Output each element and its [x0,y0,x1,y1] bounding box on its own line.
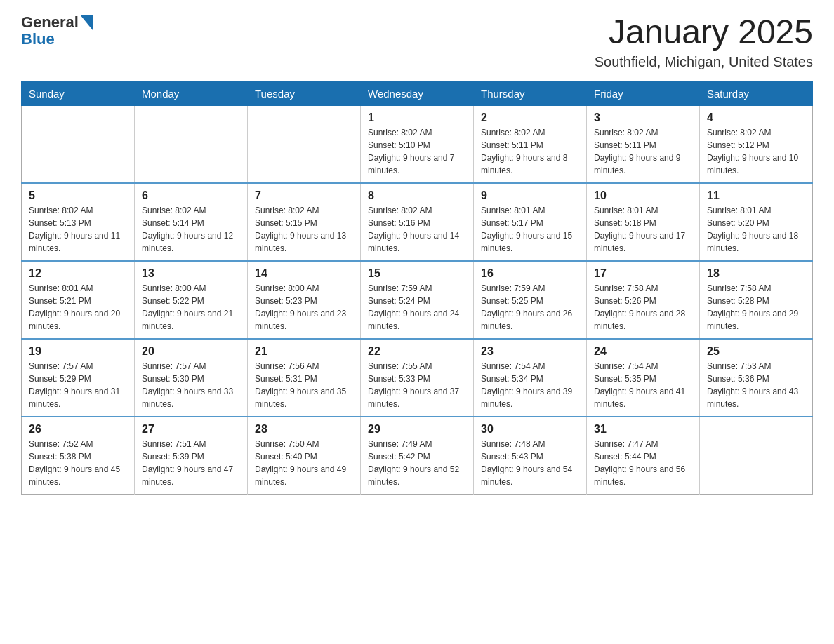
calendar-cell: 8Sunrise: 8:02 AM Sunset: 5:16 PM Daylig… [361,183,474,261]
day-number: 11 [707,189,805,202]
calendar-cell [700,417,813,495]
weekday-header-tuesday: Tuesday [248,81,361,105]
day-info: Sunrise: 8:00 AM Sunset: 5:22 PM Dayligh… [142,282,240,333]
day-info: Sunrise: 7:48 AM Sunset: 5:43 PM Dayligh… [481,438,579,488]
day-number: 28 [255,423,353,436]
calendar-cell: 10Sunrise: 8:01 AM Sunset: 5:18 PM Dayli… [587,183,700,261]
weekday-header-sunday: Sunday [22,81,135,105]
day-number: 22 [368,345,466,358]
calendar-cell: 31Sunrise: 7:47 AM Sunset: 5:44 PM Dayli… [587,417,700,495]
day-info: Sunrise: 8:01 AM Sunset: 5:17 PM Dayligh… [481,204,579,255]
weekday-header-thursday: Thursday [474,81,587,105]
weekday-header-friday: Friday [587,81,700,105]
day-info: Sunrise: 7:59 AM Sunset: 5:25 PM Dayligh… [481,282,579,333]
day-number: 9 [481,189,579,202]
day-info: Sunrise: 8:02 AM Sunset: 5:14 PM Dayligh… [142,204,240,255]
logo-text-blue: Blue [21,31,93,48]
day-number: 15 [368,267,466,280]
day-info: Sunrise: 8:01 AM Sunset: 5:18 PM Dayligh… [594,204,692,255]
calendar-cell [22,105,135,183]
calendar-cell: 4Sunrise: 8:02 AM Sunset: 5:12 PM Daylig… [700,105,813,183]
day-info: Sunrise: 7:57 AM Sunset: 5:30 PM Dayligh… [142,360,240,410]
logo-arrow-icon [80,15,93,30]
day-number: 23 [481,345,579,358]
calendar-cell: 11Sunrise: 8:01 AM Sunset: 5:20 PM Dayli… [700,183,813,261]
day-number: 1 [368,112,466,124]
day-number: 18 [707,267,805,280]
day-info: Sunrise: 8:02 AM Sunset: 5:12 PM Dayligh… [707,126,805,177]
day-info: Sunrise: 7:58 AM Sunset: 5:26 PM Dayligh… [594,282,692,333]
calendar-subtitle: Southfield, Michigan, United States [595,54,813,70]
day-info: Sunrise: 7:50 AM Sunset: 5:40 PM Dayligh… [255,438,353,488]
day-number: 29 [368,423,466,436]
day-number: 12 [29,267,127,280]
day-info: Sunrise: 7:49 AM Sunset: 5:42 PM Dayligh… [368,438,466,488]
day-info: Sunrise: 8:00 AM Sunset: 5:23 PM Dayligh… [255,282,353,333]
weekday-header-saturday: Saturday [700,81,813,105]
calendar-cell: 28Sunrise: 7:50 AM Sunset: 5:40 PM Dayli… [248,417,361,495]
day-info: Sunrise: 7:59 AM Sunset: 5:24 PM Dayligh… [368,282,466,333]
calendar-cell: 17Sunrise: 7:58 AM Sunset: 5:26 PM Dayli… [587,261,700,339]
calendar-cell: 21Sunrise: 7:56 AM Sunset: 5:31 PM Dayli… [248,339,361,417]
calendar-week-row: 19Sunrise: 7:57 AM Sunset: 5:29 PM Dayli… [22,339,813,417]
day-info: Sunrise: 7:52 AM Sunset: 5:38 PM Dayligh… [29,438,127,488]
day-info: Sunrise: 7:58 AM Sunset: 5:28 PM Dayligh… [707,282,805,333]
calendar-week-row: 12Sunrise: 8:01 AM Sunset: 5:21 PM Dayli… [22,261,813,339]
calendar-cell: 30Sunrise: 7:48 AM Sunset: 5:43 PM Dayli… [474,417,587,495]
calendar-cell: 14Sunrise: 8:00 AM Sunset: 5:23 PM Dayli… [248,261,361,339]
day-info: Sunrise: 8:01 AM Sunset: 5:21 PM Dayligh… [29,282,127,333]
calendar-cell: 20Sunrise: 7:57 AM Sunset: 5:30 PM Dayli… [135,339,248,417]
day-info: Sunrise: 8:01 AM Sunset: 5:20 PM Dayligh… [707,204,805,255]
day-number: 10 [594,189,692,202]
calendar-table: SundayMondayTuesdayWednesdayThursdayFrid… [21,81,813,495]
day-info: Sunrise: 7:57 AM Sunset: 5:29 PM Dayligh… [29,360,127,410]
calendar-week-row: 5Sunrise: 8:02 AM Sunset: 5:13 PM Daylig… [22,183,813,261]
day-info: Sunrise: 8:02 AM Sunset: 5:11 PM Dayligh… [481,126,579,177]
calendar-week-row: 1Sunrise: 8:02 AM Sunset: 5:10 PM Daylig… [22,105,813,183]
day-info: Sunrise: 7:55 AM Sunset: 5:33 PM Dayligh… [368,360,466,410]
calendar-cell: 25Sunrise: 7:53 AM Sunset: 5:36 PM Dayli… [700,339,813,417]
calendar-cell: 27Sunrise: 7:51 AM Sunset: 5:39 PM Dayli… [135,417,248,495]
day-number: 26 [29,423,127,436]
day-info: Sunrise: 7:56 AM Sunset: 5:31 PM Dayligh… [255,360,353,410]
calendar-cell: 18Sunrise: 7:58 AM Sunset: 5:28 PM Dayli… [700,261,813,339]
day-info: Sunrise: 7:51 AM Sunset: 5:39 PM Dayligh… [142,438,240,488]
calendar-cell: 26Sunrise: 7:52 AM Sunset: 5:38 PM Dayli… [22,417,135,495]
calendar-cell: 3Sunrise: 8:02 AM Sunset: 5:11 PM Daylig… [587,105,700,183]
day-info: Sunrise: 7:53 AM Sunset: 5:36 PM Dayligh… [707,360,805,410]
day-number: 16 [481,267,579,280]
calendar-week-row: 26Sunrise: 7:52 AM Sunset: 5:38 PM Dayli… [22,417,813,495]
svg-marker-0 [80,15,93,30]
day-info: Sunrise: 7:54 AM Sunset: 5:35 PM Dayligh… [594,360,692,410]
calendar-cell: 29Sunrise: 7:49 AM Sunset: 5:42 PM Dayli… [361,417,474,495]
day-info: Sunrise: 7:47 AM Sunset: 5:44 PM Dayligh… [594,438,692,488]
day-number: 13 [142,267,240,280]
calendar-cell: 16Sunrise: 7:59 AM Sunset: 5:25 PM Dayli… [474,261,587,339]
title-section: January 2025 Southfield, Michigan, Unite… [595,14,813,70]
calendar-cell: 2Sunrise: 8:02 AM Sunset: 5:11 PM Daylig… [474,105,587,183]
day-number: 2 [481,112,579,124]
day-number: 17 [594,267,692,280]
calendar-cell: 7Sunrise: 8:02 AM Sunset: 5:15 PM Daylig… [248,183,361,261]
calendar-cell: 15Sunrise: 7:59 AM Sunset: 5:24 PM Dayli… [361,261,474,339]
calendar-cell: 24Sunrise: 7:54 AM Sunset: 5:35 PM Dayli… [587,339,700,417]
day-number: 5 [29,189,127,202]
day-number: 25 [707,345,805,358]
calendar-cell: 1Sunrise: 8:02 AM Sunset: 5:10 PM Daylig… [361,105,474,183]
calendar-cell: 5Sunrise: 8:02 AM Sunset: 5:13 PM Daylig… [22,183,135,261]
day-number: 24 [594,345,692,358]
day-info: Sunrise: 8:02 AM Sunset: 5:16 PM Dayligh… [368,204,466,255]
day-info: Sunrise: 8:02 AM Sunset: 5:10 PM Dayligh… [368,126,466,177]
weekday-header-wednesday: Wednesday [361,81,474,105]
day-number: 21 [255,345,353,358]
day-info: Sunrise: 8:02 AM Sunset: 5:11 PM Dayligh… [594,126,692,177]
weekday-header-row: SundayMondayTuesdayWednesdayThursdayFrid… [22,81,813,105]
day-number: 3 [594,112,692,124]
day-number: 30 [481,423,579,436]
day-number: 20 [142,345,240,358]
day-number: 14 [255,267,353,280]
calendar-cell: 22Sunrise: 7:55 AM Sunset: 5:33 PM Dayli… [361,339,474,417]
calendar-cell: 13Sunrise: 8:00 AM Sunset: 5:22 PM Dayli… [135,261,248,339]
page-header: General Blue January 2025 Southfield, Mi… [21,14,813,70]
calendar-cell: 12Sunrise: 8:01 AM Sunset: 5:21 PM Dayli… [22,261,135,339]
